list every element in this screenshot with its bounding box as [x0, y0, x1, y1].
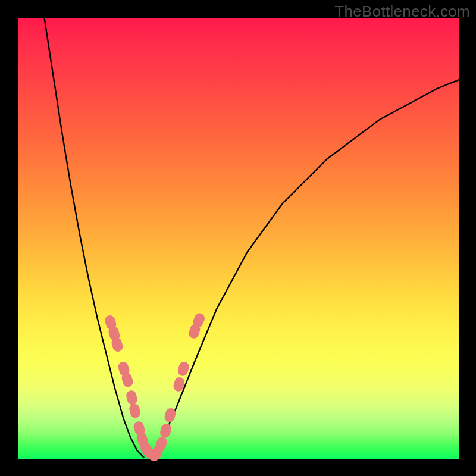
marker-right-branch-markers: [177, 361, 190, 377]
svg-rect-17: [177, 361, 190, 377]
chart-svg: [18, 18, 459, 459]
svg-rect-14: [159, 422, 173, 439]
marker-left-branch-markers: [129, 403, 142, 419]
chart-plot-area: [18, 18, 459, 459]
marker-left-branch-markers: [125, 389, 138, 405]
curve-right-branch: [155, 80, 459, 457]
watermark-text: TheBottleneck.com: [334, 2, 470, 21]
curve-group: [45, 18, 459, 457]
marker-group: [104, 312, 206, 464]
svg-rect-6: [129, 403, 142, 419]
svg-rect-5: [125, 389, 138, 405]
marker-right-branch-markers: [159, 422, 173, 439]
chart-frame: TheBottleneck.com: [0, 0, 476, 476]
